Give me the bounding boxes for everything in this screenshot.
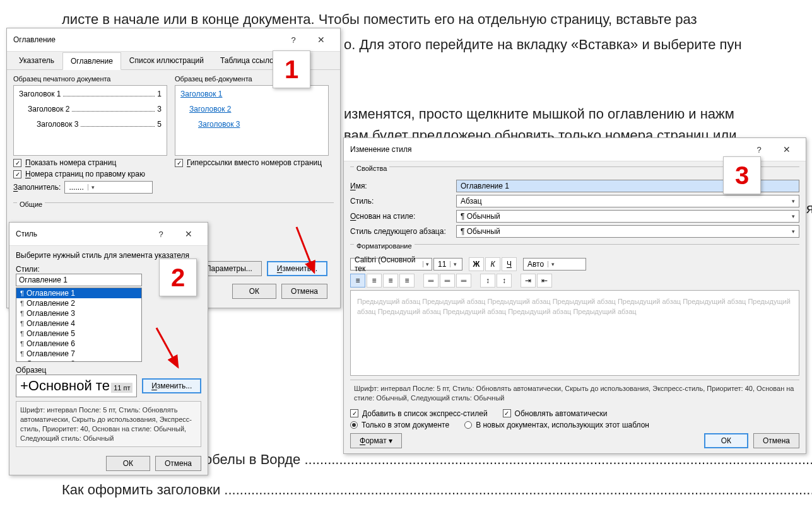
list-item[interactable]: ¶Оглавление 1 xyxy=(16,288,141,298)
font-combo[interactable]: Calibri (Основной тек▾ xyxy=(350,258,432,271)
type-combo[interactable]: Абзац▾ xyxy=(456,195,799,207)
list-item[interactable]: ¶Оглавление 4 xyxy=(16,318,141,329)
indent-inc-button[interactable]: ⇥ xyxy=(521,274,536,288)
bg-line-3: изменятся, просто щелкните мышкой по огл… xyxy=(344,106,734,122)
align-right-button[interactable]: ≡ xyxy=(383,274,398,288)
bg-bottom-2: Как оформить заголовки .................… xyxy=(62,482,812,498)
leader-combo[interactable]: .......▾ xyxy=(64,181,153,194)
list-item[interactable]: ¶Оглавление 2 xyxy=(16,298,141,308)
style-cancel-button[interactable]: Отмена xyxy=(155,456,201,471)
indent-dec-button[interactable]: ⇤ xyxy=(537,274,552,288)
help-button[interactable]: ? xyxy=(148,226,174,241)
general-label: Общие xyxy=(17,201,45,208)
align-left-button[interactable]: ≡ xyxy=(350,274,365,288)
style-title-bar: Стиль ? ✕ xyxy=(9,223,208,246)
callout-2: 2 xyxy=(159,259,197,296)
list-item[interactable]: ¶Оглавление 8 xyxy=(16,359,141,362)
based-combo[interactable]: ¶ Обычный▾ xyxy=(456,210,799,223)
style-ok-button[interactable]: ОК xyxy=(106,456,150,471)
underline-button[interactable]: Ч xyxy=(502,257,517,271)
bg-line-2: о. Для этого перейдите на вкладку «Встав… xyxy=(344,37,742,53)
color-combo[interactable]: Авто▾ xyxy=(523,258,586,271)
format-label: Форматирование xyxy=(354,242,415,250)
leader-dots: ........................................… xyxy=(300,451,812,467)
bold-button[interactable]: Ж xyxy=(469,257,484,271)
style-description: Шрифт: интервал После: 5 пт, Стиль: Обно… xyxy=(16,401,201,447)
style-modify-button[interactable]: Изменить... xyxy=(142,378,201,393)
list-item[interactable]: ¶Оглавление 5 xyxy=(16,329,141,339)
modify-cancel-button[interactable]: Отмена xyxy=(753,433,799,448)
close-button[interactable]: ✕ xyxy=(176,226,201,241)
toc-ok-button[interactable]: ОК xyxy=(232,284,276,299)
tab-toc[interactable]: Оглавление xyxy=(62,52,121,70)
auto-update-checkbox[interactable]: ✓Обновлять автоматически xyxy=(503,409,608,418)
close-button[interactable]: ✕ xyxy=(309,32,334,47)
leader-row: Заполнитель: .......▾ xyxy=(13,181,167,194)
arrow-to-modify-1 xyxy=(290,227,328,286)
align-justify-button[interactable]: ≡ xyxy=(399,274,415,288)
right-align-checkbox[interactable]: ✓Номера страниц по правому краю xyxy=(13,170,167,178)
svg-line-1 xyxy=(156,328,178,367)
paragraph-preview: Предыдущий абзац Предыдущий абзац Предыд… xyxy=(350,290,799,376)
list-item[interactable]: ¶Оглавление 6 xyxy=(16,339,141,349)
svg-line-0 xyxy=(297,227,314,272)
print-preview-label: Образец печатного документа xyxy=(13,75,167,83)
add-quick-checkbox[interactable]: ✓Добавить в список экспресс-стилей xyxy=(350,409,488,418)
callout-3: 3 xyxy=(723,156,761,194)
format-button[interactable]: Формат ▾ xyxy=(350,433,402,448)
only-doc-radio[interactable]: Только в этом документе xyxy=(350,421,449,429)
web-item-2[interactable]: Заголовок 2 xyxy=(180,105,323,113)
print-preview: Заголовок 11 Заголовок 23 Заголовок 35 xyxy=(13,85,167,156)
show-pages-checkbox[interactable]: ✓Показать номера страниц xyxy=(13,158,167,167)
web-preview: Заголовок 1 Заголовок 2 Заголовок 3 xyxy=(175,85,329,156)
sample-box: +Основной те 11 пт xyxy=(16,375,137,397)
print-item-1: Заголовок 11 xyxy=(19,90,162,98)
arrow-to-modify-2 xyxy=(151,328,196,380)
toc-cancel-button[interactable]: Отмена xyxy=(281,284,327,299)
tab-figures[interactable]: Список иллюстраций xyxy=(121,52,212,69)
bg-line-1: листе в начале или в конце документа. Чт… xyxy=(62,11,697,28)
space-before-dec-button[interactable]: ↕ xyxy=(497,274,512,288)
web-item-3[interactable]: Заголовок 3 xyxy=(180,120,323,129)
bg-line-5: я xyxy=(806,201,812,217)
print-item-2: Заголовок 23 xyxy=(19,105,162,113)
line-spacing-3-button[interactable]: ═ xyxy=(456,274,471,288)
modify-description: Шрифт: интервал После: 5 пт, Стиль: Обно… xyxy=(350,380,799,407)
toc-title: Оглавление xyxy=(13,35,56,44)
style-list[interactable]: ¶Оглавление 1 ¶Оглавление 2 ¶Оглавление … xyxy=(16,288,142,362)
list-item[interactable]: ¶Оглавление 7 xyxy=(16,349,141,359)
italic-button[interactable]: К xyxy=(485,257,500,271)
help-button[interactable]: ? xyxy=(746,142,772,157)
space-before-inc-button[interactable]: ↕ xyxy=(480,274,495,288)
hyperlinks-checkbox[interactable]: ✓Гиперссылки вместо номеров страниц xyxy=(175,158,329,167)
props-label: Свойства xyxy=(354,165,389,172)
line-spacing-1-button[interactable]: ═ xyxy=(423,274,438,288)
print-item-3: Заголовок 35 xyxy=(19,120,162,129)
new-docs-radio[interactable]: В новых документах, использующих этот ша… xyxy=(464,421,649,429)
style-input[interactable]: Оглавление 1 xyxy=(16,274,142,286)
callout-1: 1 xyxy=(273,50,310,88)
align-center-button[interactable]: ≡ xyxy=(367,274,382,288)
toc-title-bar: Оглавление ? ✕ xyxy=(7,28,340,52)
line-spacing-2-button[interactable]: ═ xyxy=(440,274,455,288)
modify-ok-button[interactable]: ОК xyxy=(704,433,748,448)
help-button[interactable]: ? xyxy=(281,32,306,47)
list-item[interactable]: ¶Оглавление 3 xyxy=(16,308,141,318)
next-combo[interactable]: ¶ Обычный▾ xyxy=(456,225,799,238)
tab-index[interactable]: Указатель xyxy=(11,52,62,69)
web-item-1[interactable]: Заголовок 1 xyxy=(180,90,323,98)
size-combo[interactable]: 11▾ xyxy=(433,258,462,271)
style-title: Стиль xyxy=(16,230,37,238)
leader-dots: ........................................… xyxy=(220,482,812,497)
close-button[interactable]: ✕ xyxy=(774,142,799,157)
modify-title: Изменение стиля xyxy=(350,145,411,154)
